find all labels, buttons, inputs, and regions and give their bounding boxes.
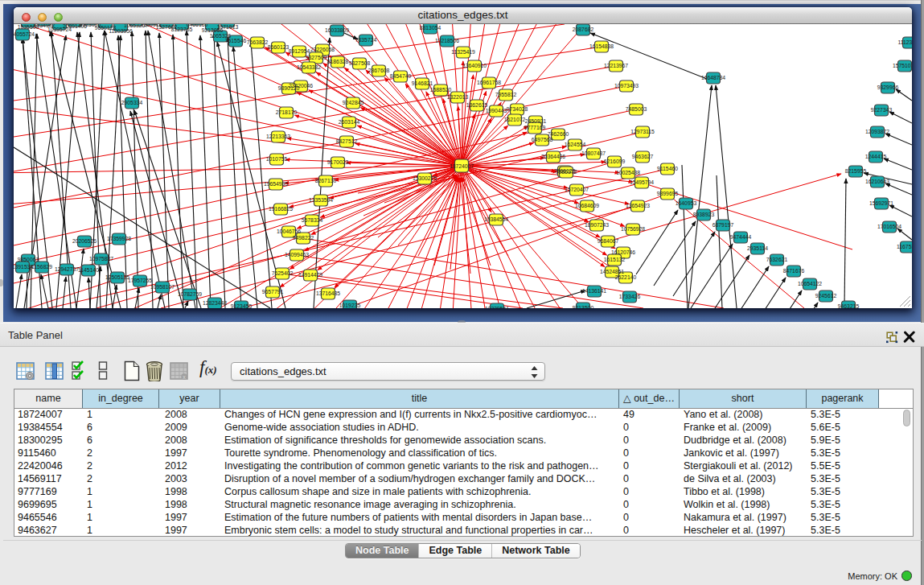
svg-text:7625402: 7625402	[272, 270, 294, 276]
svg-text:2867608: 2867608	[368, 68, 390, 73]
svg-text:16154838: 16154838	[589, 43, 614, 49]
svg-text:10239561: 10239561	[485, 306, 509, 308]
svg-text:9777169: 9777169	[524, 125, 546, 130]
svg-text:2905334: 2905334	[121, 100, 143, 105]
svg-text:19654935: 19654935	[264, 181, 288, 187]
svg-text:15300275: 15300275	[413, 175, 437, 181]
svg-text:1010755: 1010755	[266, 156, 288, 162]
svg-text:7955812: 7955812	[495, 92, 517, 97]
svg-text:8813054: 8813054	[420, 25, 441, 31]
svg-text:12942737: 12942737	[55, 266, 79, 272]
svg-text:6497568: 6497568	[532, 137, 553, 142]
svg-text:8938923: 8938923	[693, 212, 715, 217]
svg-text:14099463: 14099463	[285, 252, 309, 257]
svg-text:10807487: 10807487	[581, 150, 606, 156]
svg-text:9463627: 9463627	[632, 154, 654, 159]
svg-text:10025438: 10025438	[616, 170, 640, 175]
svg-text:9734028: 9734028	[507, 106, 528, 112]
svg-text:1019235: 1019235	[339, 303, 361, 308]
svg-text:12823448: 12823448	[203, 300, 227, 306]
svg-text:1733426: 1733426	[619, 294, 641, 299]
svg-text:9684067: 9684067	[598, 238, 619, 244]
svg-text:16033809: 16033809	[325, 27, 349, 33]
svg-text:1588520: 1588520	[430, 87, 452, 93]
svg-text:18724007: 18724007	[450, 163, 474, 169]
svg-text:7485003: 7485003	[626, 106, 647, 112]
svg-text:19166825: 19166825	[269, 206, 293, 212]
svg-text:10756928: 10756928	[621, 226, 645, 232]
svg-text:1391534: 1391534	[14, 264, 33, 270]
svg-text:9474444: 9474444	[730, 234, 752, 240]
svg-text:9242845: 9242845	[343, 100, 364, 105]
svg-text:5578334: 5578334	[302, 217, 323, 223]
svg-text:6879197: 6879197	[713, 222, 734, 228]
svg-text:11203956: 11203956	[109, 28, 133, 34]
svg-text:8912954: 8912954	[289, 48, 310, 54]
svg-text:9329966: 9329966	[877, 84, 899, 90]
svg-text:8267130: 8267130	[315, 178, 337, 183]
svg-text:7462660: 7462660	[548, 131, 569, 137]
svg-text:2718170: 2718170	[276, 109, 298, 115]
svg-text:1167539: 1167539	[897, 244, 912, 249]
svg-text:1621072: 1621072	[504, 117, 526, 122]
svg-text:15692971: 15692971	[869, 200, 893, 206]
svg-text:10958107: 10958107	[150, 284, 175, 290]
svg-text:9123455: 9123455	[231, 303, 253, 308]
svg-text:8471676: 8471676	[783, 268, 805, 274]
svg-text:2603144: 2603144	[339, 119, 360, 125]
svg-text:10782759: 10782759	[178, 291, 202, 297]
svg-text:12213363: 12213363	[266, 134, 290, 139]
svg-text:1156829: 1156829	[31, 264, 52, 270]
svg-text:9245612: 9245612	[815, 293, 837, 299]
svg-text:20206526: 20206526	[72, 238, 97, 244]
svg-text:19384554: 19384554	[484, 216, 508, 222]
svg-text:14914479: 14914479	[298, 272, 322, 278]
svg-text:17957255: 17957255	[128, 278, 152, 283]
svg-text:15720407: 15720407	[565, 187, 589, 192]
svg-text:9463215: 9463215	[838, 303, 860, 308]
svg-text:14136141: 14136141	[582, 288, 606, 294]
svg-text:1990443: 1990443	[486, 108, 507, 113]
svg-text:12213967: 12213967	[604, 63, 628, 68]
svg-text:14055724: 14055724	[14, 31, 35, 37]
svg-text:13654923: 13654923	[626, 203, 650, 208]
svg-text:17359928: 17359928	[107, 236, 131, 241]
svg-text:13353594: 13353594	[309, 197, 333, 203]
svg-text:20364436: 20364436	[541, 154, 565, 159]
svg-text:1640953: 1640953	[676, 200, 697, 206]
svg-text:9850061: 9850061	[18, 257, 39, 262]
svg-text:9899695: 9899695	[657, 191, 679, 196]
svg-text:19218506: 19218506	[435, 38, 459, 43]
svg-text:8427512: 8427512	[336, 138, 358, 144]
svg-text:12973115: 12973115	[630, 129, 655, 134]
svg-text:8660123: 8660123	[268, 44, 290, 50]
svg-text:10684609: 10684609	[575, 203, 599, 208]
svg-text:2522140: 2522140	[615, 274, 637, 280]
svg-text:10543382: 10543382	[297, 64, 321, 70]
svg-text:13716485: 13716485	[316, 290, 340, 296]
svg-text:16210643: 16210643	[865, 179, 889, 184]
svg-text:13640910: 13640910	[462, 63, 487, 68]
svg-text:9498222: 9498222	[293, 235, 314, 241]
svg-text:10654122: 10654122	[798, 281, 822, 286]
svg-text:9227343: 9227343	[871, 107, 893, 113]
svg-text:23226058: 23226058	[310, 47, 335, 52]
svg-text:9170023: 9170023	[327, 159, 349, 165]
svg-text:11123409: 11123409	[897, 39, 912, 45]
svg-text:1362615: 1362615	[466, 102, 488, 108]
svg-text:10973493: 10973493	[614, 83, 639, 89]
svg-text:17016504: 17016504	[877, 224, 901, 229]
svg-text:9327508: 9327508	[349, 60, 371, 66]
svg-text:1244415: 1244415	[865, 154, 887, 159]
svg-text:10975887: 10975887	[89, 256, 113, 262]
svg-text:15495794: 15495794	[630, 179, 654, 185]
svg-text:7663822: 7663822	[247, 39, 269, 45]
svg-text:9657791: 9657791	[262, 289, 284, 295]
svg-text:8454749: 8454749	[390, 73, 412, 79]
svg-text:9890120: 9890120	[278, 85, 300, 91]
svg-text:18907243: 18907243	[585, 222, 609, 228]
svg-text:12093872: 12093872	[865, 129, 889, 134]
svg-text:x: x	[183, 374, 186, 380]
svg-text:7986372: 7986372	[556, 169, 577, 175]
svg-text:11325419: 11325419	[451, 49, 475, 55]
